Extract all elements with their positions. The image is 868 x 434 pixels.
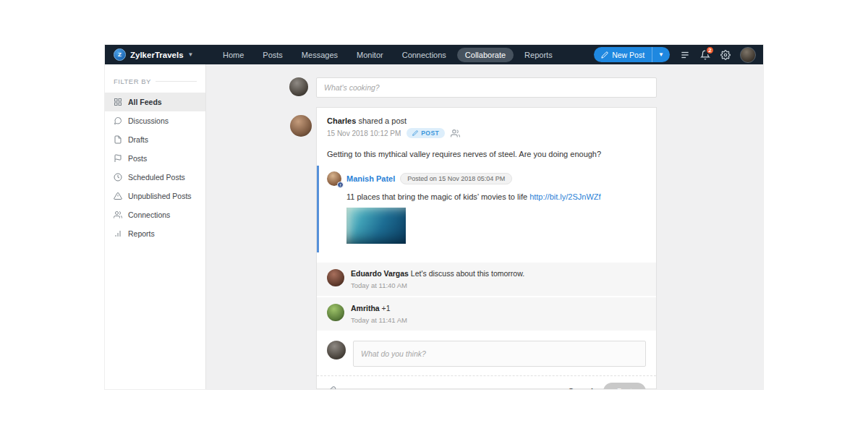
app-window: Z ZylkerTravels ▼ Home Posts Messages Mo… [105,45,763,389]
comment-time: Today at 11:41 AM [351,316,407,324]
pencil-icon [601,51,608,59]
shared-post-text: 11 places that bring the magic of kids’ … [346,192,646,201]
shared-post-author[interactable]: Manish Patel [346,174,395,183]
avatar [289,77,308,96]
nav-home[interactable]: Home [215,48,252,62]
warning-icon [114,192,122,200]
members-icon[interactable] [451,129,460,138]
sidebar-item-drafts[interactable]: Drafts [105,130,205,149]
chat-icon [114,116,122,125]
post-author[interactable]: Charles [327,116,356,125]
file-icon [114,135,122,144]
network-badge-icon: f [337,182,344,188]
brand-logo-icon: Z [114,48,126,61]
bar-chart-icon [114,229,122,238]
comment-actions: Cancel Post [317,375,656,389]
nav-connections[interactable]: Connections [394,48,454,62]
attachment-paperclip-icon[interactable] [327,386,337,389]
sidebar-item-scheduled-posts[interactable]: Scheduled Posts [105,168,205,187]
nav-messages[interactable]: Messages [294,48,346,62]
comment-author[interactable]: Amritha [351,304,380,312]
topbar: Z ZylkerTravels ▼ Home Posts Messages Mo… [105,45,763,64]
avatar-eduardo [327,269,344,286]
comment-input[interactable] [353,341,646,367]
new-post-input[interactable] [316,77,657,98]
shared-post-timestamp: Posted on 15 Nov 2018 05:04 PM [400,173,512,184]
feed-composer [289,77,657,98]
pencil-icon [412,130,418,136]
comment-text: Let's discuss about this tomorrow. [409,269,524,278]
filter-by-label: FILTER BY [105,77,205,85]
post-text: Getting to this mythical valley requires… [317,138,656,161]
cancel-button[interactable]: Cancel [569,387,593,389]
sidebar-item-connections[interactable]: Connections [105,205,205,224]
sidebar-item-posts[interactable]: Posts [105,149,205,168]
grid-icon [114,98,122,106]
comment-text: +1 [380,304,391,312]
comment-time: Today at 11:40 AM [351,281,524,289]
sidebar-item-label: Posts [128,154,147,163]
sidebar-item-label: Discussions [128,116,169,125]
avatar-charles [290,115,312,137]
brand-switcher[interactable]: Z ZylkerTravels ▼ [114,48,206,61]
feed-area: Charles shared a post 15 Nov 2018 10:12 … [206,64,763,389]
feed-list-icon[interactable] [679,49,690,60]
new-post-label: New Post [612,51,644,59]
nav-reports[interactable]: Reports [516,48,561,62]
comment-composer [317,332,656,374]
nav-monitor[interactable]: Monitor [349,48,391,62]
brand-name: ZylkerTravels [130,51,184,59]
sidebar-item-label: Reports [128,229,155,238]
notification-count-badge: 2 [705,46,715,55]
comments-list: Eduardo Vargas Let's discuss about this … [317,263,656,331]
sidebar-item-reports[interactable]: Reports [105,224,205,243]
post-action: shared a post [356,116,407,125]
post-timestamp: 15 Nov 2018 10:12 PM [327,129,401,137]
sidebar-item-label: Scheduled Posts [128,173,185,182]
sidebar-item-discussions[interactable]: Discussions [105,111,205,130]
flag-icon [114,154,122,163]
avatar-manish: f [327,171,341,186]
sidebar-item-label: Drafts [128,135,148,144]
sidebar: FILTER BY All Feeds Discussions Drafts P… [105,64,206,389]
post-card: Charles shared a post 15 Nov 2018 10:12 … [316,107,657,389]
shared-post: f Manish Patel Posted on 15 Nov 2018 05:… [317,166,656,252]
avatar [327,341,346,359]
comment-row: Amritha +1 Today at 11:41 AM [317,297,656,331]
comment-author[interactable]: Eduardo Vargas [351,269,409,278]
post-type-badge: POST [407,128,445,138]
clock-icon [114,173,122,182]
nav-posts[interactable]: Posts [255,48,291,62]
comment-row: Eduardo Vargas Let's discuss about this … [317,263,656,296]
topbar-actions: New Post ▼ 2 [594,47,756,63]
sidebar-item-label: Connections [128,210,170,219]
users-icon [114,210,122,219]
post-header: Charles shared a post 15 Nov 2018 10:12 … [317,108,656,138]
post-comment-button[interactable]: Post [603,383,646,389]
main-nav: Home Posts Messages Monitor Connections … [215,48,561,62]
avatar-amritha [327,304,344,321]
notifications-bell-icon[interactable]: 2 [699,49,710,60]
sidebar-item-label: Unpublished Posts [128,192,192,200]
sidebar-item-all-feeds[interactable]: All Feeds [105,93,205,111]
chevron-down-icon: ▼ [188,51,194,58]
new-post-dropdown[interactable]: ▼ [652,47,670,62]
sidebar-item-unpublished-posts[interactable]: Unpublished Posts [105,187,205,205]
shared-post-link[interactable]: http://bit.ly/2SJnWZf [529,192,600,201]
user-avatar[interactable] [740,47,756,63]
sidebar-item-label: All Feeds [128,98,162,106]
new-post-button[interactable]: New Post ▼ [594,47,670,62]
shared-post-image[interactable] [346,208,406,244]
gear-icon[interactable] [720,49,731,60]
nav-collaborate[interactable]: Collaborate [457,48,514,62]
